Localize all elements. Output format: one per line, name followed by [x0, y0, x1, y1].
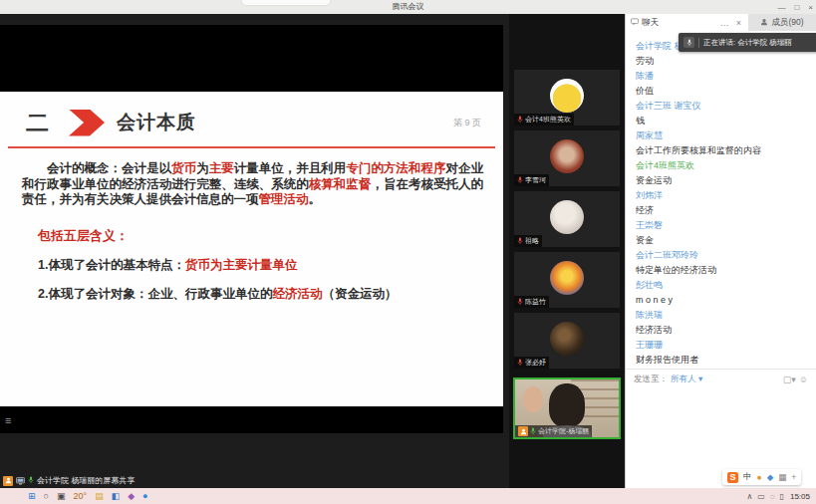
video-thumbnail-column[interactable]: 会计4班熊英欢李雪珂祖略陈益竹张必妤会计学院-杨瑞丽 [509, 14, 625, 488]
video-tile[interactable]: 会计4班熊英欢 [514, 70, 620, 126]
task-view-button[interactable]: ▣ [57, 488, 66, 504]
participant-name-label: 张必妤 [514, 357, 549, 369]
tab-members[interactable]: 成员(90) [748, 14, 816, 31]
participant-name-label: 李雪珂 [514, 174, 549, 186]
chat-sender: 会计三班 谢宝仪 [636, 99, 806, 114]
maximize-button[interactable]: □ [794, 3, 799, 12]
muted-mic-icon [517, 298, 523, 306]
more-options-icon[interactable]: … [718, 18, 731, 28]
participant-name-label: 陈益竹 [514, 296, 549, 308]
sogou-logo-icon[interactable]: S [727, 472, 738, 483]
chat-message-text: 特定单位的经济活动 [636, 263, 806, 278]
text-run: 会计是以 [122, 161, 171, 175]
members-tab-label: 成员(90) [771, 17, 803, 29]
text-run: 管理活动 [259, 192, 309, 206]
window-title: 腾讯会议 [0, 0, 816, 14]
participant-name-label: 会计4班熊英欢 [514, 114, 574, 126]
participant-name-label: 会计学院-杨瑞丽 [515, 425, 592, 437]
photo-avatar [550, 200, 584, 234]
video-tile[interactable]: 祖略 [514, 191, 620, 247]
muted-mic-icon [517, 176, 523, 184]
chat-sender: 周家慧 [636, 128, 806, 143]
chat-message-text: 财务报告使用者 [636, 353, 806, 368]
desktop-screen: 腾讯会议 — □ × 二 会计本质 第 9 页 会计的概念：会计是以货币为主要计… [0, 0, 816, 504]
active-mic-icon [28, 476, 34, 486]
tray-expand-icon[interactable]: ∧ [746, 492, 752, 501]
text-run: 会计的概念： [47, 161, 122, 175]
chat-sender: 会计4班熊英欢 [636, 158, 806, 173]
text-run: 。 [309, 192, 322, 206]
text-run: 2.体现了会计对象：企业、行政事业单位的 [38, 287, 272, 301]
chat-message-list[interactable]: 会计学院 杨瑞丽劳动陈潘价值会计三班 谢宝仪钱周家慧会计工作所要核算和监督的内容… [626, 31, 816, 369]
person-icon [760, 18, 768, 28]
mic-icon [28, 476, 34, 484]
tray-status-icon-2[interactable]: ◌ [770, 492, 775, 501]
chevron-down-icon: ▾ [698, 374, 702, 383]
video-tile[interactable]: 会计学院-杨瑞丽 [513, 378, 621, 439]
section-number: 二 [26, 108, 49, 138]
file-attach-icon[interactable]: ▢▾ [783, 375, 796, 384]
send-to-value: 所有人 [671, 374, 696, 383]
ime-board-icon[interactable]: ▦ [778, 472, 786, 482]
minimize-button[interactable]: — [777, 3, 785, 12]
ime-pen-icon[interactable]: ● [757, 472, 762, 482]
os-taskbar: ⊞○▣20°▤◧◆● ∧▭◌▯ 15:05 [0, 488, 816, 504]
system-tray: ∧▭◌▯ [746, 492, 784, 501]
muted-mic-icon [517, 116, 523, 124]
weather-widget[interactable]: 20° [74, 488, 88, 504]
tray-status-icon-1[interactable]: ▭ [757, 492, 765, 501]
chat-sender: 会计二班邓玲玲 [636, 248, 806, 263]
video-tile[interactable]: 李雪珂 [514, 130, 620, 186]
slideshow-stage: 二 会计本质 第 9 页 会计的概念：会计是以货币为主要计量单位，并且利用专门的… [0, 25, 503, 433]
dark-avatar [550, 322, 584, 356]
ime-toolbox-icon[interactable]: + [791, 472, 796, 482]
panel-tabs: 聊天 … × 成员(90) [626, 14, 816, 31]
taskbar-clock[interactable]: 15:05 [790, 492, 810, 501]
duck-avatar [550, 79, 584, 113]
chat-panel: 聊天 … × 成员(90) 正在讲话: 会计学院 杨瑞丽 会计学院 杨瑞丽劳动陈… [625, 14, 816, 488]
slide-subtitle: 包括五层含义： [38, 227, 503, 245]
chat-sender: 王珊珊 [636, 338, 806, 353]
file-explorer-icon[interactable]: ▤ [95, 488, 104, 504]
photos-app-icon[interactable]: ◧ [112, 488, 121, 504]
ime-lang-toggle[interactable]: 中 [743, 471, 752, 483]
tray-status-icon-3[interactable]: ▯ [780, 492, 784, 501]
chat-tab-label: 聊天 [642, 17, 659, 29]
participant-name: 张必妤 [525, 358, 546, 368]
text-run: 主要 [209, 161, 234, 175]
paint-app-icon[interactable]: ◆ [128, 488, 135, 504]
speaker-mic-icon [683, 37, 694, 48]
participant-name: 祖略 [525, 236, 539, 246]
text-run: 为 [196, 161, 209, 175]
text-run: 货币 [171, 161, 196, 175]
close-button[interactable]: × [808, 3, 813, 12]
tab-chat[interactable]: 聊天 … × [626, 14, 748, 31]
meeting-app-icon[interactable]: ● [142, 488, 147, 504]
chat-sender: 刘炜洋 [636, 188, 806, 203]
muted-mic-icon [517, 237, 523, 245]
slide-header: 二 会计本质 第 9 页 [0, 92, 503, 139]
chat-message-text: m o n e y [636, 293, 806, 308]
host-icon [518, 426, 528, 436]
chat-message-text: 劳动 [636, 54, 806, 69]
emoji-icon[interactable]: ☺ [799, 375, 808, 384]
text-run: 货币为主要计量单位 [185, 258, 298, 272]
share-banner-text: 会计学院 杨瑞丽的屏幕共享 [37, 475, 135, 486]
person-hair [549, 383, 585, 427]
chat-message-text: 经济 [636, 203, 806, 218]
close-panel-icon[interactable]: × [734, 18, 743, 28]
woman-avatar [550, 139, 584, 173]
video-tile[interactable]: 陈益竹 [514, 252, 620, 308]
text-run: 核算和监督 [309, 177, 372, 191]
participant-name: 李雪珂 [525, 175, 546, 185]
speaking-tooltip-text: 正在讲话: 会计学院 杨瑞丽 [703, 38, 792, 48]
chat-bubble-icon [631, 18, 639, 28]
slideshow-menu-icon: ≡ [5, 414, 11, 426]
concept-paragraph: 会计的概念：会计是以货币为主要计量单位，并且利用专门的方法和程序对企业和行政事业… [22, 161, 483, 208]
search-button[interactable]: ○ [44, 488, 49, 504]
start-button[interactable]: ⊞ [28, 488, 36, 504]
chat-sender: 陈洪瑞 [636, 308, 806, 323]
video-tile[interactable]: 张必妤 [514, 313, 620, 369]
taskbar-icons: ⊞○▣20°▤◧◆● [28, 488, 148, 504]
ime-mic-icon[interactable]: ◆ [767, 472, 774, 482]
